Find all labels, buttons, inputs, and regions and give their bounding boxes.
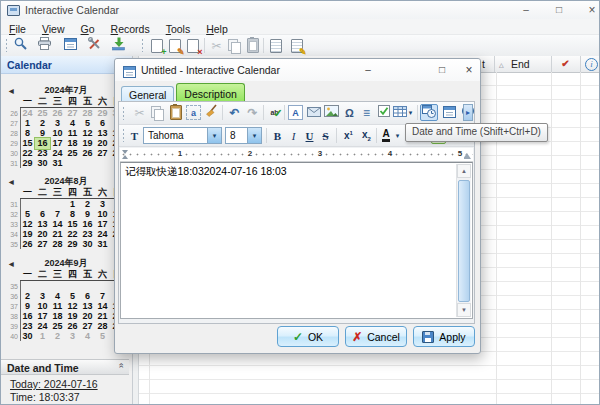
clear-formatting-button[interactable] [203, 104, 220, 121]
subscript-button[interactable]: x2 [358, 127, 375, 144]
insert-datetime-button[interactable] [420, 104, 438, 121]
calendar-report-button[interactable] [61, 36, 80, 55]
scrollbar-thumb[interactable] [458, 180, 470, 302]
day-cell[interactable]: 29 [20, 158, 35, 169]
completed-column-icon[interactable]: ✔ [551, 58, 580, 69]
bold-button[interactable]: B [269, 127, 286, 144]
toolbar-separator [336, 128, 337, 143]
collapse-panel-icon[interactable]: » [116, 364, 126, 368]
table-dropdown-icon[interactable]: ▾ [406, 104, 415, 121]
insert-text-frame-button[interactable]: A [287, 104, 304, 121]
edit-record-button[interactable]: ✎ [165, 36, 184, 55]
prev-month-icon[interactable]: ◀ [9, 260, 14, 267]
options-button[interactable] [85, 36, 104, 55]
dialog-minimize-button[interactable]: – [355, 60, 381, 79]
spell-check-button[interactable]: ab✓ [266, 104, 283, 121]
menu-view[interactable]: View [34, 22, 73, 35]
font-name-combo[interactable]: Tahoma ▾ [143, 127, 222, 144]
menu-records[interactable]: Records [103, 22, 158, 35]
notes-button[interactable] [266, 36, 285, 55]
close-button[interactable]: × [578, 1, 600, 18]
cancel-button[interactable]: ✗ Cancel [345, 326, 407, 347]
import-button[interactable] [109, 36, 128, 55]
menu-go[interactable]: Go [73, 22, 103, 35]
day-cell[interactable]: 3 [65, 331, 80, 342]
font-color-dropdown-icon[interactable]: ▾ [393, 127, 402, 144]
delete-record-icon: × [187, 39, 199, 53]
superscript-button[interactable]: x1 [340, 127, 357, 144]
chevron-down-icon[interactable]: ▾ [247, 128, 261, 143]
ok-button[interactable]: ✓ OK [277, 326, 339, 347]
print-button[interactable] [35, 36, 54, 55]
day-cell[interactable]: 29 [65, 239, 80, 250]
font-size-combo[interactable]: 8 ▾ [225, 127, 262, 144]
tab-description[interactable]: Description [176, 83, 245, 103]
day-cell[interactable]: 31 [50, 158, 65, 169]
paste-button[interactable] [243, 36, 262, 55]
day-cell[interactable]: 30 [35, 158, 50, 169]
redo-button[interactable]: ↷ [244, 104, 261, 121]
undo-button[interactable]: ↶ [226, 104, 243, 121]
day-cell[interactable]: 5 [95, 331, 110, 342]
italic-button[interactable]: I [285, 127, 302, 144]
day-cell[interactable]: 31 [95, 239, 110, 250]
insert-picture-button[interactable] [323, 104, 340, 121]
day-cell[interactable]: 28 [50, 239, 65, 250]
new-record-button[interactable]: + [147, 36, 166, 55]
redo-icon: ↷ [247, 106, 257, 120]
dialog-maximize-button[interactable]: □ [429, 60, 455, 79]
menu-help[interactable]: Help [198, 22, 236, 35]
insert-horizontal-line-button[interactable]: ≡ [358, 104, 375, 121]
editor-copy-button[interactable] [149, 104, 166, 121]
day-cell[interactable]: 26 [20, 239, 35, 250]
chevron-down-icon[interactable]: ▾ [207, 128, 221, 143]
notes-edit-button[interactable]: ✎ [287, 36, 306, 55]
font-color-button[interactable]: A [379, 127, 393, 144]
menu-tools[interactable]: Tools [158, 22, 199, 35]
select-all-button[interactable]: a [185, 104, 202, 121]
editor-scrollbar[interactable]: ▲ ▼ [456, 164, 471, 317]
day-cell[interactable]: 27 [35, 239, 50, 250]
strikethrough-button[interactable]: S [317, 127, 334, 144]
info-column-icon[interactable]: i [585, 58, 598, 71]
day-cell[interactable]: 2 [50, 331, 65, 342]
apply-button[interactable]: Apply [413, 326, 475, 347]
indent-marker-bottom[interactable] [122, 155, 128, 159]
editor-paste-button[interactable] [167, 104, 184, 121]
dialog-close-button[interactable]: × [459, 60, 479, 79]
delete-record-button[interactable]: × [183, 36, 202, 55]
maximize-button[interactable]: □ [545, 1, 573, 18]
zoom-button[interactable] [11, 36, 30, 55]
font-color-icon: A [382, 129, 389, 142]
insert-object-button[interactable] [305, 104, 322, 121]
day-cell[interactable]: 30 [80, 239, 95, 250]
underline-button[interactable]: U [301, 127, 318, 144]
toolbar-grip[interactable] [122, 106, 125, 120]
day-cell[interactable]: 4 [80, 331, 95, 342]
right-indent-marker[interactable] [463, 153, 471, 159]
minimize-button[interactable]: – [512, 1, 540, 18]
insert-symbol-button[interactable]: Ω [341, 104, 358, 121]
menu-file[interactable]: File [1, 22, 34, 35]
month-grid: 3513623456783791011121314153816171819202… [7, 281, 125, 341]
toolbar-grip[interactable] [141, 38, 144, 52]
toolbar-grip[interactable] [5, 38, 8, 52]
more-buttons-chevron[interactable]: ▸ [463, 104, 473, 121]
editor-cut-button[interactable]: ✂ [131, 104, 148, 121]
scroll-down-icon[interactable]: ▼ [457, 303, 471, 317]
grid-column-end[interactable]: End [511, 58, 530, 70]
prev-month-icon[interactable]: ◀ [9, 87, 14, 94]
cut-button[interactable]: ✂ [207, 36, 226, 55]
day-cell[interactable]: 1 [35, 331, 50, 342]
day-cell[interactable]: 30 [20, 331, 35, 342]
insert-checkbox-button[interactable] [375, 104, 392, 121]
insert-date-button[interactable] [441, 104, 458, 121]
copy-button[interactable] [225, 36, 244, 55]
indent-marker-top[interactable] [122, 150, 128, 154]
today-link[interactable]: Today: 2024-07-16 [10, 378, 98, 390]
prev-month-icon[interactable]: ◀ [9, 178, 14, 185]
scroll-up-icon[interactable]: ▲ [457, 164, 471, 178]
grid-header-partial[interactable]: t [482, 58, 485, 70]
toolbar-grip[interactable] [122, 128, 125, 142]
description-editor[interactable]: 记得取快递18:032024-07-16 18:03 ▲ ▼ [120, 162, 473, 319]
